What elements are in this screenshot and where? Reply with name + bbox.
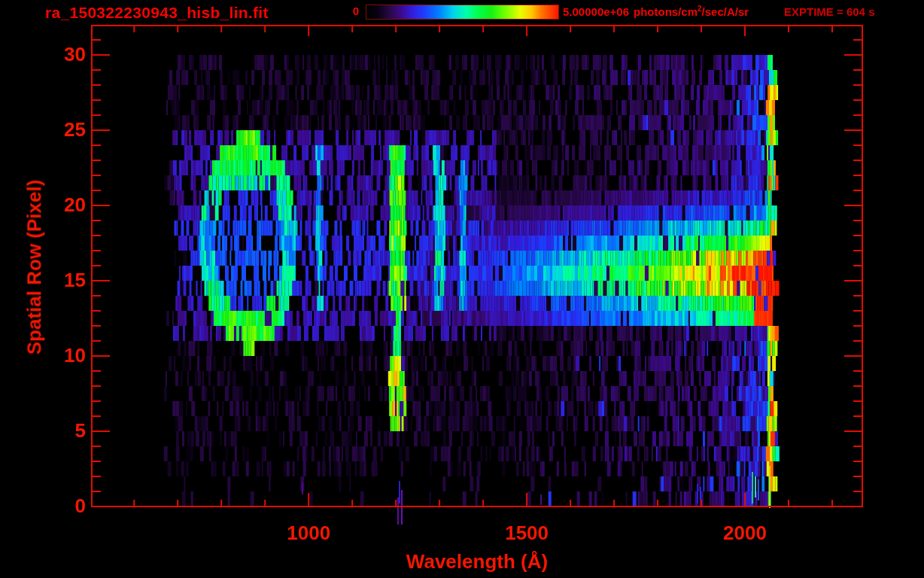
colorbar [366, 5, 559, 20]
plot-title: ra_150322230943_hisb_lin.fit [45, 5, 269, 21]
y-tick-label: 15 [27, 270, 86, 291]
exptime-label: EXPTIME = 604 s [784, 6, 874, 18]
spectrogram-heatmap-canvas [0, 0, 924, 578]
colorbar-min-label: 0 [333, 5, 359, 17]
y-tick-label: 25 [27, 120, 86, 140]
app-window: ra_150322230943_hisb_lin.fit 0 5.00000e+… [0, 0, 924, 578]
y-tick-label: 5 [27, 421, 86, 441]
colorbar-unit-prefix: photons/cm [629, 5, 698, 18]
y-tick-label: 10 [27, 345, 86, 366]
y-tick-label: 30 [27, 44, 86, 65]
colorbar-unit-suffix: /sec/A/sr [702, 5, 749, 18]
x-tick-label: 1000 [263, 523, 354, 543]
x-tick-label: 1500 [482, 523, 572, 543]
x-axis-title: Wavelength (Å) [327, 552, 628, 572]
y-tick-label: 20 [27, 195, 86, 215]
colorbar-max-label: 5.00000e+06photons/cm2/sec/A/sr [563, 5, 749, 18]
x-tick-label: 2000 [700, 523, 790, 543]
y-tick-label: 0 [27, 496, 86, 516]
colorbar-max-value: 5.00000e+06 [563, 5, 629, 18]
